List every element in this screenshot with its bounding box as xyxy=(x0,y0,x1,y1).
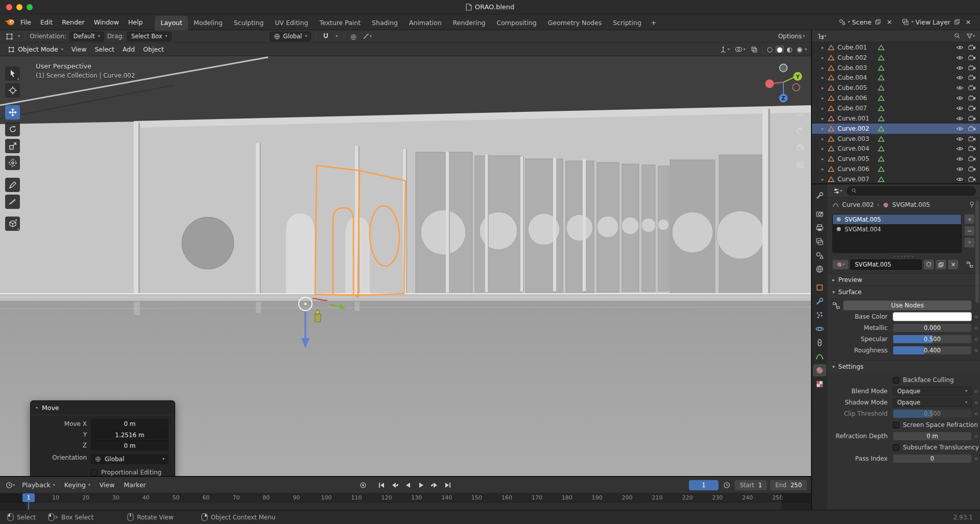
drag-dropdown[interactable]: Select Box ▾ xyxy=(127,32,172,41)
refraction-depth-field[interactable]: 0 m xyxy=(893,432,972,441)
hide-in-viewport-toggle[interactable] xyxy=(956,115,964,122)
move-orientation-dropdown[interactable]: Global ▾ xyxy=(91,454,169,464)
workspace-tab-texture-paint[interactable]: Texture Paint xyxy=(314,16,366,30)
roughness-slider[interactable]: 0.400 xyxy=(893,346,972,355)
disclosure-right-icon[interactable]: ▸ xyxy=(819,96,826,101)
fake-user-button[interactable] xyxy=(923,259,934,270)
remove-material-slot-button[interactable]: − xyxy=(964,226,975,236)
tool-rotate[interactable] xyxy=(5,122,20,136)
breadcrumb-object[interactable]: Curve.002 xyxy=(842,201,874,208)
shadow-mode-dropdown[interactable]: Opaque ▾ xyxy=(893,398,972,407)
playhead[interactable]: 1 xyxy=(22,493,35,502)
tool-measure[interactable] xyxy=(5,195,20,209)
disable-in-renders-toggle[interactable] xyxy=(968,75,976,81)
object-name[interactable]: Curve.007 xyxy=(838,176,876,183)
disable-in-renders-toggle[interactable] xyxy=(968,126,976,132)
menu-file[interactable]: File xyxy=(16,17,35,28)
screen-space-refraction-checkbox[interactable] xyxy=(893,422,899,428)
panel-header-surface[interactable]: ▾ Surface xyxy=(827,285,980,298)
object-name[interactable]: Curve.001 xyxy=(838,115,876,122)
disclosure-right-icon[interactable]: ▸ xyxy=(819,116,826,121)
menu-add[interactable]: Add xyxy=(119,44,138,55)
workspace-tab-animation[interactable]: Animation xyxy=(403,16,447,30)
unlink-material-button[interactable]: ✕ xyxy=(948,259,959,270)
hide-in-viewport-toggle[interactable] xyxy=(956,105,964,111)
new-view-layer-button[interactable] xyxy=(952,17,962,27)
browse-material-button[interactable]: ▾ xyxy=(832,259,849,270)
menu-help[interactable]: Help xyxy=(124,17,147,28)
tool-move[interactable] xyxy=(5,105,20,120)
object-name[interactable]: Cube.005 xyxy=(838,84,876,91)
menu-select[interactable]: Select xyxy=(91,44,118,55)
disable-in-renders-toggle[interactable] xyxy=(968,166,976,172)
workspace-tab-shading[interactable]: Shading xyxy=(366,16,403,30)
render-tab[interactable] xyxy=(813,208,826,220)
hide-in-viewport-toggle[interactable] xyxy=(956,55,964,61)
hide-in-viewport-toggle[interactable] xyxy=(956,95,964,101)
chevron-down-icon[interactable]: ▾ xyxy=(18,34,20,38)
remove-view-layer-button[interactable]: ✕ xyxy=(964,17,973,27)
hide-in-viewport-toggle[interactable] xyxy=(956,156,964,162)
object-name[interactable]: Cube.001 xyxy=(838,44,876,51)
hide-in-viewport-toggle[interactable] xyxy=(956,65,964,71)
workspace-tab-geometry-nodes[interactable]: Geometry Nodes xyxy=(542,16,607,30)
scene-tab[interactable] xyxy=(813,249,826,261)
animate-decorator-icon[interactable] xyxy=(975,413,977,415)
auto-keying-toggle[interactable] xyxy=(357,480,369,491)
object-data-tab[interactable] xyxy=(813,350,826,363)
scene-selector[interactable]: ▾ Scene ✕ xyxy=(835,16,897,28)
blend-mode-dropdown[interactable]: Opaque ▾ xyxy=(893,387,972,396)
object-name[interactable]: Curve.006 xyxy=(838,165,876,173)
disclosure-right-icon[interactable]: ▸ xyxy=(819,156,826,161)
play-button[interactable] xyxy=(415,480,427,491)
frame-end-field[interactable]: End250 xyxy=(770,480,807,490)
texture-tab[interactable] xyxy=(813,378,826,390)
constraints-tab[interactable] xyxy=(813,337,826,349)
menu-view[interactable]: View xyxy=(68,44,90,55)
disable-in-renders-toggle[interactable] xyxy=(968,146,976,152)
workspace-tab-compositing[interactable]: Compositing xyxy=(491,16,542,30)
options-dropdown[interactable]: Options ▾ xyxy=(776,32,807,41)
outliner-row[interactable]: ▸ Curve.004 xyxy=(812,144,980,154)
disclosure-right-icon[interactable]: ▸ xyxy=(819,85,826,90)
frame-start-field[interactable]: Start1 xyxy=(735,480,767,490)
properties-editor-type-button[interactable]: ▾ xyxy=(831,186,844,196)
disclosure-right-icon[interactable]: ▸ xyxy=(819,177,826,182)
maximize-window-button[interactable] xyxy=(27,4,33,10)
object-name[interactable]: Cube.004 xyxy=(838,74,876,81)
disclosure-right-icon[interactable]: ▸ xyxy=(819,146,826,151)
new-scene-button[interactable] xyxy=(873,17,882,27)
menu-marker[interactable]: Marker xyxy=(121,480,150,490)
object-name[interactable]: Cube.007 xyxy=(838,105,876,112)
menu-window[interactable]: Window xyxy=(90,17,123,28)
material-slot[interactable]: SVGMat.004 xyxy=(833,224,961,234)
duplicate-material-button[interactable] xyxy=(936,259,946,270)
disable-in-renders-toggle[interactable] xyxy=(968,105,976,111)
outliner-row[interactable]: ▸ Curve.006 xyxy=(812,164,980,174)
panel-header-settings[interactable]: ▾ Settings xyxy=(827,360,980,372)
properties-scrollbar[interactable] xyxy=(975,201,979,303)
outliner-row[interactable]: ▸ Cube.003 xyxy=(812,63,980,73)
disable-in-renders-toggle[interactable] xyxy=(968,136,976,142)
tool-tab[interactable] xyxy=(813,189,826,202)
outliner-row[interactable]: ▸ Curve.003 xyxy=(812,134,980,144)
resize-grip[interactable]: ∙∙∙∙∙∙ xyxy=(827,253,980,259)
navigation-gizmo[interactable]: Y Z xyxy=(760,59,806,105)
disclosure-right-icon[interactable]: ▸ xyxy=(819,45,826,50)
hide-in-viewport-toggle[interactable] xyxy=(956,44,964,51)
disable-in-renders-toggle[interactable] xyxy=(968,176,976,182)
disclosure-right-icon[interactable]: ▸ xyxy=(819,65,826,70)
overlays-dropdown[interactable]: ▾ xyxy=(733,45,748,54)
node-tree-icon[interactable] xyxy=(965,260,975,270)
disable-in-renders-toggle[interactable] xyxy=(968,156,976,162)
disable-in-renders-toggle[interactable] xyxy=(968,55,976,61)
use-nodes-button[interactable]: Use Nodes xyxy=(843,300,972,311)
previous-keyframe-button[interactable] xyxy=(389,480,401,491)
timeline-editor-type-button[interactable]: ▾ xyxy=(4,480,16,490)
object-name[interactable]: Curve.004 xyxy=(838,145,876,152)
proportional-falloff-dropdown[interactable]: ▾ xyxy=(361,32,373,41)
disable-in-renders-toggle[interactable] xyxy=(968,85,976,91)
hide-in-viewport-toggle[interactable] xyxy=(956,136,964,142)
blender-logo-icon[interactable] xyxy=(4,18,15,26)
outliner-filter-button[interactable]: ▾ xyxy=(965,31,976,41)
